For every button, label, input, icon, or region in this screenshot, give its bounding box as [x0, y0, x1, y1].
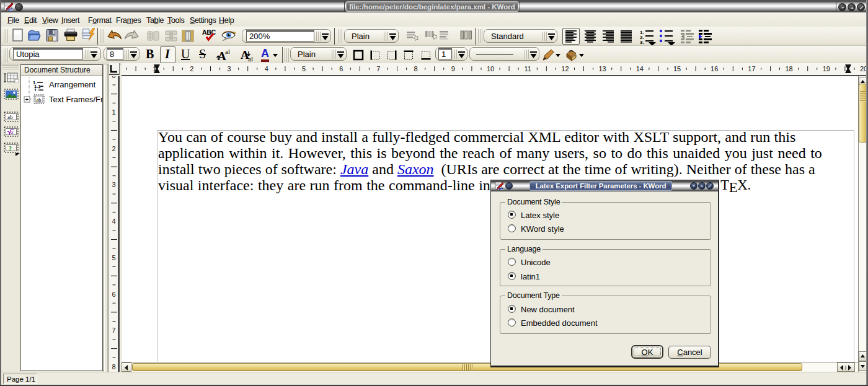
svg-text:?: ?: [9, 145, 12, 152]
svg-text:4: 4: [265, 65, 268, 72]
svg-text:14: 14: [636, 65, 644, 72]
svg-text:9: 9: [451, 65, 455, 72]
svg-text:18: 18: [785, 65, 792, 72]
svg-text:ab: ab: [37, 97, 42, 103]
svg-text:ab: ab: [7, 114, 13, 120]
svg-text:15: 15: [673, 65, 681, 72]
svg-text:2: 2: [112, 145, 115, 152]
svg-text:1: 1: [112, 108, 115, 116]
svg-text:3: 3: [228, 65, 231, 72]
svg-text:0: 0: [112, 76, 115, 79]
svg-text:8: 8: [112, 363, 115, 371]
svg-text:13: 13: [598, 65, 606, 72]
svg-text:1.2: 1.2: [34, 87, 40, 91]
svg-text:ABC: ABC: [202, 29, 216, 36]
svg-text:7: 7: [376, 65, 380, 72]
svg-text:4: 4: [112, 217, 115, 225]
svg-text:10: 10: [487, 65, 494, 72]
svg-text:8: 8: [414, 65, 418, 72]
svg-text:12: 12: [561, 65, 569, 72]
svg-text:11: 11: [524, 65, 531, 72]
svg-text:2: 2: [190, 65, 193, 72]
svg-text:5: 5: [302, 65, 306, 72]
svg-text:20: 20: [860, 65, 866, 72]
svg-text:19: 19: [823, 65, 830, 72]
svg-text:3.: 3.: [640, 40, 644, 45]
svg-text:7: 7: [112, 327, 115, 334]
svg-text:al: al: [248, 55, 253, 63]
svg-text:abc: abc: [500, 188, 503, 190]
svg-text:6: 6: [339, 65, 343, 72]
svg-text:abc: abc: [9, 9, 13, 12]
svg-text:17: 17: [748, 65, 755, 72]
svg-text:al: al: [225, 48, 230, 55]
svg-text:5: 5: [112, 254, 115, 261]
svg-text:16: 16: [711, 65, 718, 72]
svg-text:x: x: [11, 129, 14, 135]
svg-text:6: 6: [112, 291, 115, 298]
svg-text:3: 3: [112, 181, 115, 188]
